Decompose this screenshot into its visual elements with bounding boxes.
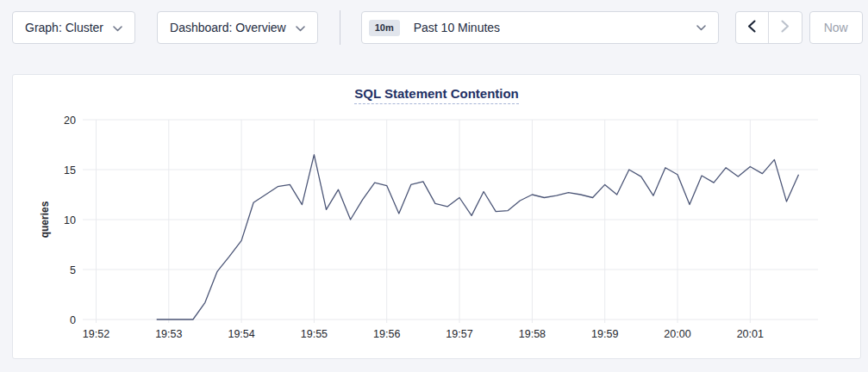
sql-statement-contention-chart[interactable]: 0510152019:5219:5319:5419:5519:5619:5719… <box>13 75 860 358</box>
chart-panel: 0510152019:5219:5319:5419:5519:5619:5719… <box>12 74 861 359</box>
y-tick-label: 15 <box>64 164 76 177</box>
chevron-down-icon <box>113 21 122 34</box>
x-tick-label: 19:55 <box>301 328 328 340</box>
y-tick-label: 0 <box>70 314 76 326</box>
chevron-down-icon <box>696 25 706 31</box>
time-range-label: Past 10 Minutes <box>414 21 500 34</box>
data-series-line <box>157 155 799 319</box>
time-range-badge: 10m <box>369 20 400 36</box>
chart-title: SQL Statement Contention <box>354 86 519 104</box>
x-tick-label: 20:00 <box>664 328 690 340</box>
x-tick-label: 19:53 <box>155 328 182 340</box>
x-tick-label: 19:56 <box>373 328 400 340</box>
toolbar: Graph: Cluster Dashboard: Overview 10m P… <box>0 0 868 44</box>
time-next-button[interactable] <box>769 12 802 43</box>
x-tick-label: 20:01 <box>737 328 764 340</box>
time-prev-button[interactable] <box>736 12 769 43</box>
x-tick-label: 19:59 <box>591 328 618 340</box>
graph-dropdown-label: Graph: Cluster <box>25 21 103 34</box>
x-tick-label: 19:57 <box>446 328 472 340</box>
chevron-right-icon <box>781 20 790 36</box>
chevron-down-icon <box>296 21 305 34</box>
toolbar-divider <box>340 10 340 45</box>
y-axis-label: queries <box>39 201 51 238</box>
now-button-label: Now <box>824 21 848 34</box>
dashboard-dropdown[interactable]: Dashboard: Overview <box>157 11 318 44</box>
graph-dropdown[interactable]: Graph: Cluster <box>12 11 135 44</box>
now-button[interactable]: Now <box>809 11 863 44</box>
y-tick-label: 20 <box>64 115 76 127</box>
y-tick-label: 10 <box>64 214 76 226</box>
x-tick-label: 19:58 <box>519 328 546 340</box>
chevron-left-icon <box>747 20 756 36</box>
time-range-selector[interactable]: 10m Past 10 Minutes <box>361 11 719 44</box>
y-tick-label: 5 <box>70 264 76 276</box>
x-tick-label: 19:52 <box>83 328 109 340</box>
x-tick-label: 19:54 <box>228 328 254 340</box>
dashboard-dropdown-label: Dashboard: Overview <box>170 21 286 34</box>
time-nav-group <box>735 11 802 44</box>
chart-title-row: SQL Statement Contention <box>13 86 860 104</box>
